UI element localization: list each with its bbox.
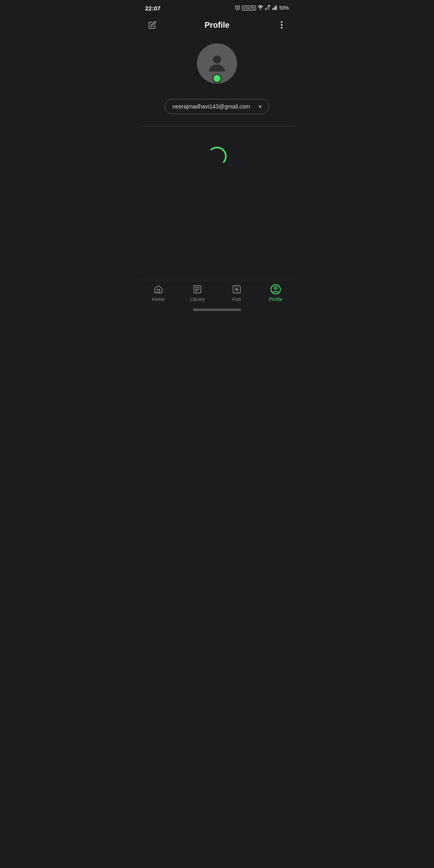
svg-rect-9	[274, 7, 274, 10]
svg-rect-17	[233, 286, 240, 293]
profile-nav-icon	[270, 284, 281, 295]
bottom-navigation: Home Library Hub	[139, 280, 295, 309]
menu-dot-1	[281, 21, 283, 23]
svg-point-21	[274, 287, 277, 289]
svg-point-12	[213, 55, 221, 63]
loading-spinner	[207, 147, 227, 166]
svg-rect-3	[266, 7, 267, 10]
svg-rect-10	[275, 6, 276, 10]
svg-rect-8	[272, 8, 273, 10]
signal-icon	[272, 5, 278, 12]
signal-x-icon	[265, 5, 270, 12]
nav-profile-label: Profile	[269, 297, 283, 302]
nav-hub[interactable]: Hub	[217, 284, 256, 302]
app-bar: Profile	[139, 14, 295, 35]
status-bar: 22:07 VOLTE	[139, 0, 295, 14]
svg-point-1	[260, 9, 261, 10]
status-icons: VOLTE	[235, 5, 289, 12]
more-options-button[interactable]	[274, 18, 289, 32]
nav-library-label: Library	[190, 297, 205, 302]
menu-dot-3	[281, 27, 283, 29]
home-icon	[153, 284, 164, 295]
battery-status: 50%	[279, 5, 289, 11]
menu-dot-2	[281, 24, 283, 26]
person-icon	[205, 51, 229, 76]
status-time: 22:07	[145, 5, 160, 12]
home-indicator	[193, 309, 241, 311]
avatar-container	[197, 43, 237, 84]
wifi-icon	[258, 5, 263, 12]
profile-section: neerajmadhavi143@gmail.com ▾	[139, 35, 295, 126]
page-title: Profile	[205, 20, 229, 30]
nav-home-label: Home	[152, 297, 165, 302]
svg-rect-11	[276, 5, 277, 10]
nav-library[interactable]: Library	[178, 284, 217, 302]
nav-home[interactable]: Home	[139, 284, 178, 302]
edit-button[interactable]	[145, 18, 160, 32]
nav-hub-label: Hub	[232, 297, 241, 302]
online-status-badge	[213, 74, 221, 83]
svg-rect-2	[265, 8, 266, 10]
alarm-icon	[235, 5, 240, 12]
svg-rect-4	[268, 6, 268, 10]
loading-area	[139, 127, 295, 280]
chevron-down-icon: ▾	[259, 103, 262, 110]
hub-icon	[231, 284, 242, 295]
library-icon	[192, 284, 203, 295]
volte-icon: VOLTE	[242, 6, 256, 10]
email-text: neerajmadhavi143@gmail.com	[172, 103, 250, 110]
nav-profile[interactable]: Profile	[256, 284, 296, 302]
email-selector[interactable]: neerajmadhavi143@gmail.com ▾	[165, 99, 269, 114]
